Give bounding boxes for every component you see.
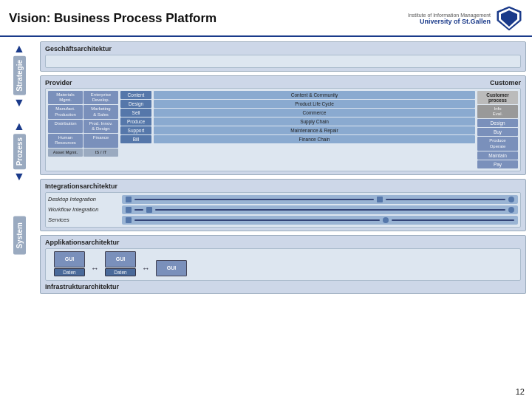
wi-sq2 bbox=[146, 207, 152, 213]
logo-shield-icon bbox=[495, 4, 523, 33]
desktop-int-row: Desktop Integration bbox=[48, 195, 518, 204]
logo-university: University of St.Gallen bbox=[408, 18, 491, 25]
app-group-1: GUI Daten bbox=[54, 251, 85, 276]
logo-institute: Institute of Information Management bbox=[408, 13, 491, 18]
prozess-diagram: MaterialsMgmt. EnterpriseDevelop. Manufa… bbox=[45, 88, 521, 171]
left-labels-column: ▲ Strategie ▼ ▲ Prozess ▼ System bbox=[0, 37, 38, 399]
prozess-label: Prozess bbox=[13, 134, 26, 169]
workflow-int-visual bbox=[122, 205, 518, 214]
app-arrow-1: ↔ bbox=[91, 264, 99, 273]
system-inner: GUI Daten ↔ GUI Daten ↔ GUI bbox=[45, 248, 521, 281]
header: Vision: Business Process Platform Instit… bbox=[0, 0, 532, 37]
role-finance: Finance bbox=[83, 134, 118, 147]
app-group-2: GUI Daten bbox=[105, 251, 136, 276]
sv-sq1 bbox=[126, 217, 132, 223]
role-distribution: Distribution bbox=[48, 120, 83, 133]
workflow-int-label: Workflow Integration bbox=[48, 206, 118, 213]
process-middle-items: Content & Community Product Life Cycle C… bbox=[154, 91, 475, 168]
main-content: ▲ Strategie ▼ ▲ Prozess ▼ System Geschäf… bbox=[0, 37, 532, 399]
role-is-it: IS / IT bbox=[83, 149, 118, 157]
cust-maintain: Maintain bbox=[477, 151, 518, 160]
workflow-int-row: Workflow Integration bbox=[48, 205, 518, 214]
di-sq2 bbox=[377, 197, 383, 202]
role-prod-innov: Prod. Innov.& Design bbox=[83, 120, 118, 133]
system-label-block: System bbox=[13, 216, 26, 255]
di-line1 bbox=[134, 199, 374, 200]
role-asset: Asset Mgmt. bbox=[48, 149, 83, 157]
btn-support: Support bbox=[120, 126, 151, 134]
arrow-up-icon: ▲ bbox=[13, 43, 25, 55]
sv-circ1 bbox=[383, 217, 389, 223]
mid-supply: Supply Chain bbox=[154, 117, 475, 126]
cust-pay: Pay bbox=[477, 160, 518, 168]
arrow-up-2-icon: ▲ bbox=[13, 120, 25, 132]
app-group-3: GUI bbox=[156, 260, 187, 276]
wi-line1 bbox=[134, 209, 143, 211]
mid-content-comm: Content & Community bbox=[154, 91, 475, 99]
strategie-section: Geschäftsarchitektur bbox=[40, 41, 526, 72]
cust-buy: Buy bbox=[477, 128, 518, 136]
system-section: Applikationsarchitektur GUI Daten ↔ GUI … bbox=[40, 235, 526, 294]
customer-items-col: Customer process InfoEval. Design Buy Pr… bbox=[477, 91, 518, 168]
system-label: System bbox=[13, 216, 26, 255]
right-sections: Geschäftsarchitektur Provider Customer M… bbox=[38, 37, 532, 399]
customer-title: Customer bbox=[490, 79, 521, 86]
arrow-down-2-icon: ▼ bbox=[13, 171, 25, 183]
integration-title: Integrationsarchitektur bbox=[45, 183, 521, 190]
role-row-4: HumanResources Finance bbox=[48, 134, 118, 147]
mid-product-lc: Product Life Cycle bbox=[154, 100, 475, 108]
btn-bill: Bill bbox=[120, 135, 151, 143]
app-arrow-2: ↔ bbox=[142, 264, 150, 273]
di-sq1 bbox=[126, 197, 132, 202]
applik-title: Applikationsarchitektur bbox=[45, 239, 521, 246]
daten-box-1: Daten bbox=[54, 268, 85, 276]
prozess-header-row: Provider Customer bbox=[45, 79, 521, 86]
prozess-section: Provider Customer MaterialsMgmt. Enterpr… bbox=[40, 75, 526, 175]
provider-title: Provider bbox=[45, 79, 72, 86]
cust-info-eval: InfoEval. bbox=[477, 105, 518, 118]
role-row-5: Asset Mgmt. IS / IT bbox=[48, 149, 118, 157]
page-number: 12 bbox=[516, 387, 525, 396]
role-materials: MaterialsMgmt. bbox=[48, 91, 83, 104]
mid-finance: Finance Chain bbox=[154, 135, 475, 143]
services-visual bbox=[122, 216, 518, 225]
process-center-btns: Content Design Sell Produce Support Bill bbox=[120, 91, 151, 168]
desktop-int-label: Desktop Integration bbox=[48, 196, 118, 202]
cust-produce-op: ProduceOperate bbox=[477, 137, 518, 150]
services-row: Services bbox=[48, 216, 518, 225]
daten-box-2: Daten bbox=[105, 268, 136, 276]
sv-line1 bbox=[134, 219, 380, 221]
page-title: Vision: Business Process Platform bbox=[9, 11, 216, 26]
mid-maintenance: Maintenance & Repair bbox=[154, 126, 475, 134]
strategie-label: Strategie bbox=[13, 56, 26, 95]
gui-box-2: GUI bbox=[105, 251, 136, 267]
app-gui-row: GUI Daten ↔ GUI Daten ↔ GUI bbox=[48, 251, 518, 276]
btn-content: Content bbox=[120, 91, 151, 99]
strategie-label-block: ▲ Strategie ▼ bbox=[13, 43, 26, 109]
btn-produce: Produce bbox=[120, 117, 151, 126]
role-manufact: Manufact.Production bbox=[48, 105, 83, 118]
cust-process-header: Customer process bbox=[477, 91, 518, 104]
desktop-int-visual bbox=[122, 195, 518, 204]
integration-section: Integrationsarchitektur Desktop Integrat… bbox=[40, 179, 526, 231]
wi-circ bbox=[508, 207, 514, 213]
wi-sq1 bbox=[126, 207, 132, 213]
role-row-3: Distribution Prod. Innov.& Design bbox=[48, 120, 118, 133]
role-row-2: Manufact.Production Marketing& Sales bbox=[48, 105, 118, 118]
wi-line2 bbox=[155, 209, 505, 211]
btn-sell: Sell bbox=[120, 109, 151, 117]
role-row-1: MaterialsMgmt. EnterpriseDevelop. bbox=[48, 91, 118, 104]
geschaft-title: Geschäftsarchitektur bbox=[45, 45, 521, 52]
di-circ bbox=[508, 197, 514, 202]
mid-commerce: Commerce bbox=[154, 109, 475, 117]
cust-design: Design bbox=[477, 119, 518, 127]
infra-title: Infrastrukturarchitektur bbox=[45, 283, 521, 290]
services-label: Services bbox=[48, 216, 118, 223]
logo-text-block: Institute of Information Management Univ… bbox=[408, 13, 491, 25]
arrow-down-icon: ▼ bbox=[13, 97, 25, 109]
geschaft-inner bbox=[45, 55, 521, 68]
sv-line2 bbox=[392, 219, 514, 221]
role-human: HumanResources bbox=[48, 134, 83, 147]
role-marketing: Marketing& Sales bbox=[83, 105, 118, 118]
di-line2 bbox=[386, 199, 505, 200]
